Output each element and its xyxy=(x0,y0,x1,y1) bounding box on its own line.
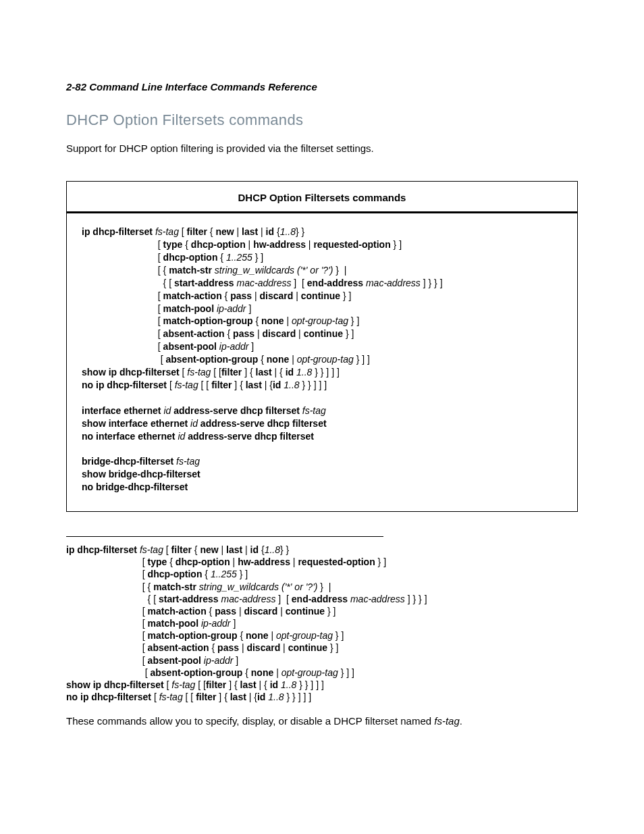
intro-paragraph: Support for DHCP option filtering is pro… xyxy=(66,142,578,154)
desc-text: These commands allow you to specify, dis… xyxy=(66,715,434,727)
syntax-block-detail: ip dhcp-filterset fs-tag [ filter { new … xyxy=(66,540,578,703)
divider xyxy=(66,536,383,537)
page-header: 2-82 Command Line Interface Commands Ref… xyxy=(66,81,578,93)
syntax-block-box: ip dhcp-filterset fs-tag [ filter { new … xyxy=(82,226,562,494)
page: 2-82 Command Line Interface Commands Ref… xyxy=(0,0,644,834)
description-paragraph: These commands allow you to specify, dis… xyxy=(66,715,578,727)
desc-em: fs-tag xyxy=(434,715,460,727)
section-title: DHCP Option Filtersets commands xyxy=(66,111,578,129)
box-title: DHCP Option Filtersets commands xyxy=(67,191,577,213)
desc-suffix: . xyxy=(460,715,462,727)
command-summary-box: DHCP Option Filtersets commands ip dhcp-… xyxy=(66,181,578,512)
